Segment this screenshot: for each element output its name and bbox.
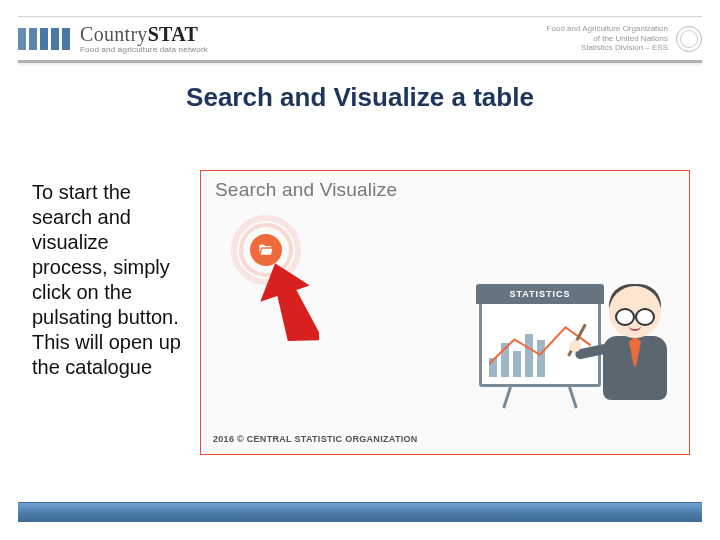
panel-footer-text: 2016 © CENTRAL STATISTIC ORGANIZATION bbox=[213, 434, 418, 444]
fao-text: Food and Agriculture Organization of the… bbox=[547, 24, 668, 53]
panel-heading: Search and Visualize bbox=[201, 171, 689, 201]
header-right: Food and Agriculture Organization of the… bbox=[547, 24, 702, 53]
presentation-board: STATISTICS bbox=[479, 287, 601, 387]
fao-line3: Statistics Division – ESS bbox=[547, 43, 668, 53]
instruction-text: To start the search and visualize proces… bbox=[32, 180, 182, 380]
footer-bar bbox=[18, 502, 702, 522]
board-label: STATISTICS bbox=[476, 284, 604, 304]
glasses-icon bbox=[615, 308, 655, 322]
brand-text: CountrySTAT Food and agriculture data ne… bbox=[80, 24, 208, 54]
callout-arrow-icon bbox=[259, 261, 319, 355]
brand-bars-icon bbox=[18, 28, 70, 50]
brand-subtitle: Food and agriculture data network bbox=[80, 46, 208, 54]
fao-line2: of the United Nations bbox=[547, 34, 668, 44]
brand-suffix: STAT bbox=[148, 23, 198, 45]
screenshot-panel: Search and Visualize STATISTICS bbox=[200, 170, 690, 455]
easel-legs-icon bbox=[509, 387, 571, 409]
brand-prefix: Country bbox=[80, 23, 148, 45]
fao-line1: Food and Agriculture Organization bbox=[547, 24, 668, 34]
slide-title: Search and Visualize a table bbox=[0, 82, 720, 113]
person-hand bbox=[569, 340, 581, 352]
brand-block: CountrySTAT Food and agriculture data ne… bbox=[18, 24, 208, 54]
folder-open-icon bbox=[258, 242, 274, 258]
header-bar: CountrySTAT Food and agriculture data ne… bbox=[18, 16, 702, 60]
person-icon bbox=[591, 286, 679, 416]
statistician-illustration: STATISTICS bbox=[479, 272, 679, 412]
fao-logo-icon bbox=[676, 26, 702, 52]
